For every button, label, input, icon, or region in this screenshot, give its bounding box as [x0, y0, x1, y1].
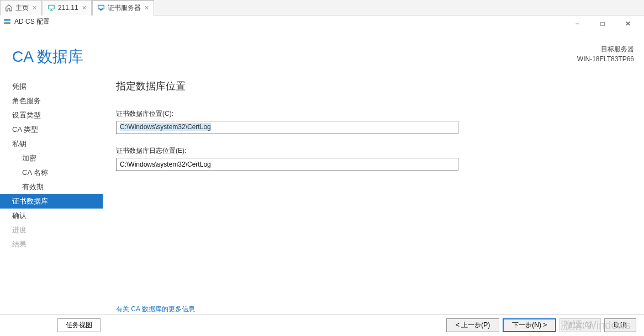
- cert-icon: [97, 4, 105, 12]
- sidebar-item-confirm[interactable]: 确认: [0, 209, 103, 223]
- close-button[interactable]: ✕: [615, 18, 641, 30]
- sidebar-item-validity[interactable]: 有效期: [0, 180, 103, 194]
- configure-button: 配置(C): [559, 318, 601, 332]
- svg-rect-3: [4, 22, 10, 24]
- target-server-label: 目标服务器: [577, 44, 634, 54]
- tab-label: 证书服务器: [108, 3, 141, 13]
- monitor-icon: [47, 4, 55, 12]
- sidebar-item-cert-database[interactable]: 证书数据库: [0, 194, 103, 209]
- db-log-label: 证书数据库日志位置(E):: [116, 146, 627, 156]
- sidebar-item-credentials[interactable]: 凭据: [0, 79, 103, 94]
- maximize-button[interactable]: □: [590, 18, 615, 30]
- db-location-value: C:\Windows\system32\CertLog: [120, 123, 211, 131]
- wizard-title: CA 数据库: [0, 31, 644, 77]
- db-location-label: 证书数据库位置(C):: [116, 109, 627, 119]
- tab-cert-server[interactable]: 证书服务器 ✕: [92, 0, 154, 15]
- close-icon[interactable]: ✕: [32, 4, 37, 12]
- previous-button[interactable]: < 上一步(P): [446, 318, 499, 332]
- task-view-button[interactable]: 任务视图: [57, 318, 101, 332]
- tab-monitor[interactable]: 211.11 ✕: [43, 0, 92, 15]
- db-log-input[interactable]: [116, 158, 458, 171]
- tab-label: 主页: [15, 3, 29, 13]
- wizard-sidebar: 凭据 角色服务 设置类型 CA 类型 私钥 加密 CA 名称 有效期 证书数据库…: [0, 77, 103, 305]
- sidebar-item-ca-name[interactable]: CA 名称: [0, 166, 103, 180]
- svg-rect-1: [98, 5, 104, 9]
- db-location-input[interactable]: C:\Windows\system32\CertLog: [116, 121, 458, 134]
- target-server-info: 目标服务器 WIN-18FLT83TP66: [577, 44, 634, 64]
- home-icon: [5, 4, 13, 12]
- more-info-link[interactable]: 有关 CA 数据库的更多信息: [116, 305, 195, 314]
- sidebar-item-ca-type[interactable]: CA 类型: [0, 122, 103, 137]
- wizard-panel: 目标服务器 WIN-18FLT83TP66 CA 数据库 凭据 角色服务 设置类…: [0, 31, 644, 336]
- sidebar-item-private-key[interactable]: 私钥: [0, 137, 103, 151]
- wizard-footer: 任务视图 < 上一步(P) 下一步(N) > 配置(C) 取消: [0, 314, 644, 336]
- window-controls: − □ ✕: [564, 18, 641, 30]
- svg-rect-2: [4, 19, 10, 21]
- tab-strip: 主页 ✕ 211.11 ✕ 证书服务器 ✕: [0, 0, 644, 15]
- sidebar-item-progress: 进度: [0, 223, 103, 237]
- sidebar-item-role-services[interactable]: 角色服务: [0, 94, 103, 108]
- sidebar-item-setup-type[interactable]: 设置类型: [0, 108, 103, 122]
- window-title: AD CS 配置: [14, 17, 50, 26]
- tab-label: 211.11: [58, 4, 78, 12]
- minimize-button[interactable]: −: [564, 18, 590, 30]
- server-manager-icon: [3, 18, 11, 25]
- content-title: 指定数据库位置: [116, 79, 627, 93]
- next-button[interactable]: 下一步(N) >: [503, 318, 556, 332]
- cancel-button[interactable]: 取消: [604, 318, 636, 332]
- wizard-content: 指定数据库位置 证书数据库位置(C): C:\Windows\system32\…: [103, 77, 644, 305]
- target-server-name: WIN-18FLT83TP66: [577, 54, 634, 64]
- close-icon[interactable]: ✕: [82, 4, 87, 12]
- sidebar-item-results: 结果: [0, 237, 103, 252]
- close-icon[interactable]: ✕: [144, 4, 149, 12]
- sidebar-item-cryptography[interactable]: 加密: [0, 151, 103, 166]
- window-titlebar: AD CS 配置: [0, 15, 644, 28]
- svg-rect-0: [49, 5, 55, 9]
- tab-home[interactable]: 主页 ✕: [0, 0, 42, 15]
